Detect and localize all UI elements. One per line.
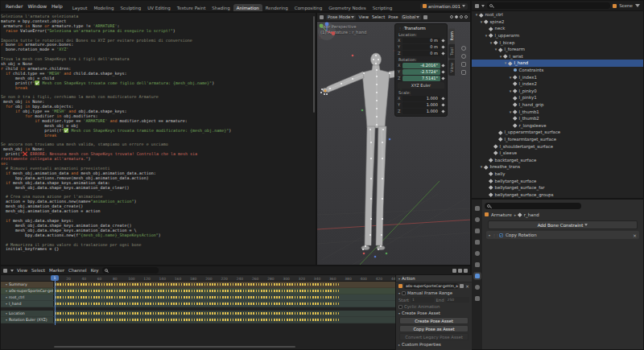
sidebar-tab-item[interactable]: Item xyxy=(448,28,455,43)
button-convert-legacy-pose-asset[interactable]: Convert Legacy Pose Asset xyxy=(399,333,469,340)
channel-row[interactable]: ▾Summary xyxy=(1,282,395,288)
transform-value-field[interactable]: 0 m xyxy=(402,51,440,56)
workspace-tab-uv-editing[interactable]: UV Editing xyxy=(144,4,174,12)
keyframe-dot-icon[interactable] xyxy=(441,76,444,80)
keyframe-strip[interactable] xyxy=(55,290,339,292)
python-script[interactable]: # Seleziona l'armatura selezionataarmatu… xyxy=(0,14,316,252)
button-create-pose-asset[interactable]: Create Pose Asset xyxy=(399,317,469,324)
zoom-icon[interactable] xyxy=(461,46,466,51)
outliner-item-r-longsleeve[interactable]: r_longsleeve xyxy=(472,122,643,130)
outliner-item-bellytarget-surface-far[interactable]: bellytarget_surface_far xyxy=(472,184,643,191)
expand-caret-icon[interactable]: ▾ xyxy=(6,295,7,299)
transform-value-field[interactable]: -4.2016° xyxy=(402,63,440,68)
channel-row[interactable]: ▾root_ctrl xyxy=(1,294,395,301)
channel-row[interactable]: ▾a0x-superSportsCar-getOn_anim xyxy=(1,288,395,294)
timeline-ruler[interactable]: 2040608010012014016018020022024026028030… xyxy=(1,275,395,282)
outliner-item-l-thumb1[interactable]: ▾l_thumb1 xyxy=(472,108,643,115)
sidebar-tab-tool[interactable]: Tool xyxy=(448,44,455,59)
keyframe-strip[interactable] xyxy=(55,319,339,321)
outliner-item-l-bicep[interactable]: ▾l_bicep xyxy=(472,39,643,46)
keyframe-dot-icon[interactable] xyxy=(441,45,444,48)
outliner-item-l-hand[interactable]: ▾l_hand xyxy=(472,60,643,67)
data-tab-icon[interactable] xyxy=(475,285,480,290)
outliner-item-l-shouldertarget-surface[interactable]: l_shouldertarget_surface xyxy=(472,142,643,150)
camera-view-icon[interactable] xyxy=(461,62,466,67)
channel-row[interactable]: ▾l_hand xyxy=(1,301,395,307)
text-editor-scrollbar[interactable] xyxy=(313,16,315,113)
expand-caret-icon[interactable]: ▾ xyxy=(6,302,7,306)
outliner-item-backtarget-surface[interactable]: backtarget_surface xyxy=(472,156,643,163)
render-tab-icon[interactable] xyxy=(475,217,480,222)
copy-icon[interactable] xyxy=(464,269,468,273)
keyframe-dot-icon[interactable] xyxy=(441,97,444,100)
viewport-menu-pose[interactable]: Pose xyxy=(388,14,398,19)
outliner-item-root-ctrl[interactable]: ▾root_ctrl xyxy=(472,11,643,19)
keyframe-dot-icon[interactable] xyxy=(441,39,444,42)
outliner-item-neck[interactable]: neck xyxy=(472,25,643,32)
output-tab-icon[interactable] xyxy=(475,229,480,233)
tool-tab-icon[interactable] xyxy=(475,206,480,211)
transform-value-field[interactable]: 1.000 xyxy=(402,96,440,101)
outliner-item-spine2[interactable]: ▾spine2 xyxy=(472,19,643,26)
transform-value-field[interactable]: -2.5724° xyxy=(402,69,440,75)
breadcrumb-object[interactable]: Armature xyxy=(491,212,512,217)
snap-magnet-icon[interactable] xyxy=(423,15,427,19)
unlink-action-icon[interactable]: × xyxy=(465,283,469,289)
workspace-tab-geometry-nodes[interactable]: Geometry Nodes xyxy=(325,4,369,12)
solid-shading-icon[interactable] xyxy=(455,15,459,19)
fake-user-shield-icon[interactable] xyxy=(460,284,464,288)
workspace-tab-shading[interactable]: Shading xyxy=(208,4,233,12)
start-frame-field[interactable]: 1 xyxy=(411,297,434,303)
workspace-tab-animation[interactable]: Animation xyxy=(233,4,262,12)
keyframe-dot-icon[interactable] xyxy=(441,51,444,55)
constraint-enable-checkbox[interactable]: ✓ xyxy=(499,233,503,237)
cyclic-checkbox[interactable] xyxy=(398,305,402,309)
outliner-item-belly[interactable]: belly xyxy=(472,171,643,178)
keyframe-strip[interactable] xyxy=(55,296,339,299)
filter-icon[interactable] xyxy=(635,4,640,7)
transform-value-field[interactable]: 1.000 xyxy=(402,102,440,108)
outliner-item-l-index2[interactable]: l_index2 xyxy=(472,80,643,88)
action-name-field[interactable]: a0x-superSportsCar-getOn_anim xyxy=(404,283,458,289)
expand-caret-icon[interactable]: ▾ xyxy=(6,318,7,322)
viewport-menu-view[interactable]: View xyxy=(358,14,369,19)
outliner-search-input[interactable] xyxy=(487,2,610,9)
end-frame-field[interactable]: 250 xyxy=(446,297,469,303)
dopesheet-menu-select[interactable]: Select xyxy=(31,268,45,273)
expand-caret-icon[interactable]: ▾ xyxy=(508,75,513,80)
outliner-item-l-hand-grip[interactable]: l_hand_grip xyxy=(472,101,643,109)
scene-tab-icon[interactable] xyxy=(475,240,480,245)
manual-range-checkbox[interactable] xyxy=(402,291,406,295)
menu-window[interactable]: Window xyxy=(25,2,49,10)
dopesheet-menu-view[interactable]: View xyxy=(17,268,27,273)
properties-search-input[interactable] xyxy=(485,203,581,209)
dopesheet-menu-channel[interactable]: Channel xyxy=(68,268,87,273)
menu-help[interactable]: Help xyxy=(49,2,65,10)
viewport-canvas[interactable]: User Perspective (1) Armature : r_hand xyxy=(317,22,470,266)
expand-caret-icon[interactable]: ▾ xyxy=(6,289,7,293)
outliner-item-l-forearmtarget-surface[interactable]: l_forearmtarget_surface xyxy=(472,136,643,143)
proportional-edit-icon[interactable] xyxy=(452,269,456,273)
mode-dropdown[interactable]: Pose Mode xyxy=(326,14,356,20)
channel-row[interactable]: ▾Rotation Euler (XYZ) xyxy=(1,317,395,323)
keyframe-strip[interactable] xyxy=(55,312,339,315)
close-icon[interactable]: × xyxy=(633,233,637,238)
workspace-tab-texture-paint[interactable]: Texture Paint xyxy=(174,4,209,12)
outliner-item-l-forearm[interactable]: ▾l_forearm xyxy=(472,46,643,53)
rotation-mode-dropdown[interactable]: XYZ Euler xyxy=(398,82,444,89)
keyframe-dot-icon[interactable] xyxy=(441,103,444,106)
transform-value-field[interactable]: 0 m xyxy=(402,38,440,43)
outliner-item-l-sleeve[interactable]: l_sleeve xyxy=(472,150,643,157)
workspace-tab-layout[interactable]: Layout xyxy=(69,4,91,12)
bone-constraint-tab-icon[interactable] xyxy=(475,274,480,278)
outliner-item-constraints[interactable]: Constraints xyxy=(472,67,643,74)
transform-value-field[interactable]: 7.5141° xyxy=(402,76,440,81)
text-editor[interactable]: # Seleziona l'armatura selezionataarmatu… xyxy=(0,12,316,266)
world-tab-icon[interactable] xyxy=(475,251,480,256)
keyframe-dot-icon[interactable] xyxy=(441,109,444,113)
outliner-item-bellytarget-surface[interactable]: bellytarget_surface xyxy=(472,177,643,184)
panel-grip-icon[interactable]: ⋮⋮ xyxy=(398,27,402,31)
transform-value-field[interactable]: 1.000 xyxy=(402,109,440,114)
expand-caret-icon[interactable]: ▾ xyxy=(484,33,489,38)
outliner-item-l-upperarmtarget-surface[interactable]: l_upperarmtarget_surface xyxy=(472,129,643,136)
